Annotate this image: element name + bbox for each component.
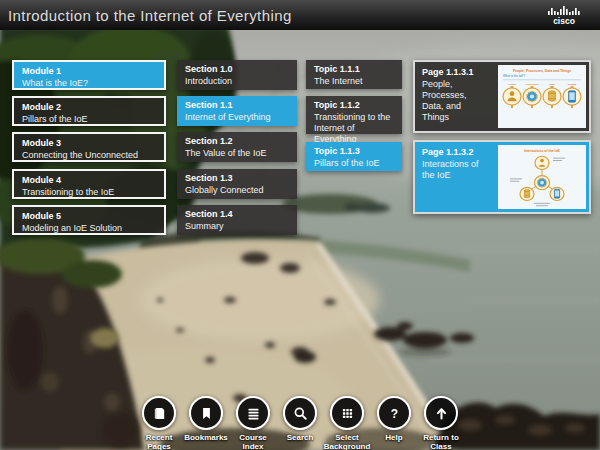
- recent-pages-icon: [142, 396, 176, 430]
- topic-label: Topic 1.1.3: [314, 146, 394, 157]
- section-1-2-item[interactable]: Section 1.2 The Value of the IoE: [177, 132, 297, 162]
- section-1-3-item[interactable]: Section 1.3 Globally Connected: [177, 169, 297, 199]
- page-1-1-3-2-item[interactable]: Page 1.1.3.2 Interactions of the IoE Int…: [413, 140, 591, 214]
- section-1-0-item[interactable]: Section 1.0 Introduction: [177, 60, 297, 90]
- page-title: Introduction to the Internet of Everythi…: [8, 7, 544, 24]
- page-sublabel: Interactions of the IoE: [422, 159, 488, 181]
- section-sublabel: Summary: [185, 221, 289, 232]
- module-label: Module 4: [22, 175, 156, 186]
- module-2-item[interactable]: Module 2 Pillars of the IoE: [12, 96, 166, 126]
- svg-text:?: ?: [390, 406, 397, 420]
- page-sublabel: People, Processes, Data, and Things: [422, 79, 488, 123]
- section-sublabel: Globally Connected: [185, 185, 289, 196]
- title-bar: Introduction to the Internet of Everythi…: [0, 0, 600, 30]
- search-icon: [283, 396, 317, 430]
- section-label: Section 1.4: [185, 209, 289, 220]
- section-label: Section 1.3: [185, 173, 289, 184]
- topic-1-1-1-item[interactable]: Topic 1.1.1 The Internet: [306, 60, 402, 89]
- page-thumbnail: People, Processes, Data and Things What …: [498, 65, 586, 128]
- process-globe-icon: [527, 92, 537, 102]
- module-sublabel: Modeling an IoE Solution: [22, 223, 156, 234]
- section-label: Section 1.0: [185, 64, 289, 75]
- module-4-item[interactable]: Module 4 Transitioning to the IoE: [12, 169, 166, 199]
- thumb-intro-text: What is the IoE?: [503, 74, 525, 78]
- svg-text:People: People: [508, 83, 517, 86]
- module-3-item[interactable]: Module 3 Connecting the Unconnected: [12, 132, 166, 162]
- module-label: Module 1: [22, 66, 156, 77]
- module-1-item[interactable]: Module 1 What is the IoE?: [12, 60, 166, 90]
- cisco-logo: cisco: [544, 3, 590, 27]
- thumb-slide-title: Interactions of the IoE: [524, 149, 560, 153]
- data-cylinder-icon: [549, 91, 556, 101]
- topic-sublabel: Pillars of the IoE: [314, 158, 394, 169]
- return-to-class-button[interactable]: Return to Class: [411, 396, 471, 450]
- page-label: Page 1.1.3.1: [422, 67, 488, 78]
- bookmarks-icon: [189, 396, 223, 430]
- phone-icon: [569, 91, 576, 102]
- svg-text:Things: Things: [568, 83, 577, 86]
- phone-icon: [554, 189, 559, 198]
- topic-sublabel: Transitioning to the Internet of Everyth…: [314, 112, 394, 145]
- section-sublabel: Internet of Everything: [185, 112, 289, 123]
- module-5-item[interactable]: Module 5 Modeling an IoE Solution: [12, 205, 166, 235]
- cisco-wordmark: cisco: [553, 16, 575, 26]
- module-label: Module 2: [22, 102, 156, 113]
- thumb-slide-title: People, Processes, Data and Things: [513, 69, 571, 73]
- module-sublabel: What is the IoE?: [22, 78, 156, 89]
- course-navigation-overlay: Introduction to the Internet of Everythi…: [0, 0, 600, 450]
- module-label: Module 3: [22, 138, 156, 149]
- module-sublabel: Pillars of the IoE: [22, 114, 156, 125]
- topic-sublabel: The Internet: [314, 76, 394, 87]
- page-thumbnail: Interactions of the IoE: [498, 145, 586, 209]
- return-to-class-icon: [424, 396, 458, 430]
- section-sublabel: Introduction: [185, 76, 289, 87]
- toolbar-label: Return to Class: [411, 433, 471, 450]
- section-sublabel: The Value of the IoE: [185, 148, 289, 159]
- select-background-icon: [330, 396, 364, 430]
- page-label: Page 1.1.3.2: [422, 147, 488, 158]
- topic-label: Topic 1.1.2: [314, 100, 394, 111]
- topic-label: Topic 1.1.1: [314, 64, 394, 75]
- module-label: Module 5: [22, 211, 156, 222]
- section-label: Section 1.1: [185, 100, 289, 111]
- topic-1-1-3-item[interactable]: Topic 1.1.3 Pillars of the IoE: [306, 142, 402, 171]
- module-sublabel: Connecting the Unconnected: [22, 150, 156, 161]
- help-icon: ?: [377, 396, 411, 430]
- svg-text:Data: Data: [549, 83, 555, 86]
- section-1-4-item[interactable]: Section 1.4 Summary: [177, 205, 297, 235]
- course-index-icon: [236, 396, 270, 430]
- section-1-1-item[interactable]: Section 1.1 Internet of Everything: [177, 96, 297, 126]
- section-label: Section 1.2: [185, 136, 289, 147]
- data-cylinder-icon: [524, 190, 530, 198]
- topic-1-1-2-item[interactable]: Topic 1.1.2 Transitioning to the Interne…: [306, 96, 402, 134]
- module-sublabel: Transitioning to the IoE: [22, 187, 156, 198]
- svg-text:Processes: Processes: [526, 83, 540, 86]
- page-1-1-3-1-item[interactable]: Page 1.1.3.1 People, Processes, Data, an…: [413, 60, 591, 133]
